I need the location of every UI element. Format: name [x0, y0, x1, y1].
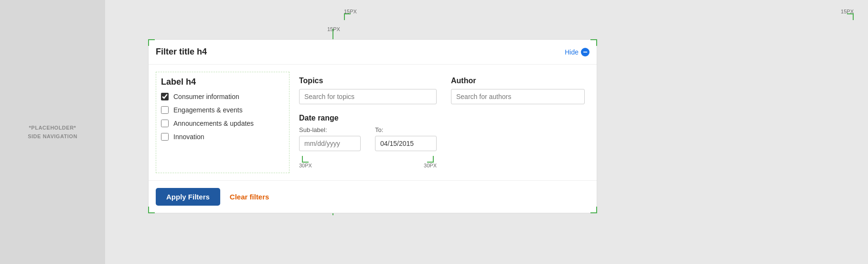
bracket-top-right-outer — [847, 13, 854, 20]
main-area: 15PX 15PX 15PX 15PX 30PX 30PX 30PX Filte… — [105, 0, 868, 264]
checkbox-item-1: Engagements & events — [161, 106, 284, 114]
label-h4: Label h4 — [161, 77, 284, 87]
filter-checkboxes-column: Label h4 Consumer information Engagement… — [156, 72, 289, 173]
date-to-col: To: — [375, 126, 437, 151]
topics-search-input[interactable] — [299, 89, 437, 104]
topics-title: Topics — [299, 77, 437, 85]
checkbox-label-1: Engagements & events — [173, 106, 243, 114]
checkbox-consumer-information[interactable] — [161, 93, 169, 100]
checkbox-label-2: Announcements & updates — [173, 120, 254, 127]
date-to-label: To: — [375, 126, 437, 133]
panel-corner-bl — [148, 207, 155, 213]
date-range-section: Date range Sub-label: To: — [299, 114, 437, 151]
checkbox-item-0: Consumer information — [161, 93, 284, 100]
clear-filters-button[interactable]: Clear filters — [230, 193, 269, 201]
bracket-mid-br — [427, 156, 434, 163]
sidebar-placeholder-line2: SIDE NAVIGATION — [28, 133, 77, 139]
hide-button-label: Hide — [565, 48, 579, 56]
filter-right-column: Author — [446, 72, 589, 173]
date-sub-label: Sub-label: — [299, 126, 361, 133]
filter-title: Filter title h4 — [156, 47, 207, 57]
checkbox-item-3: Innovation — [161, 133, 284, 141]
date-range-title: Date range — [299, 114, 437, 122]
date-to-input[interactable] — [375, 136, 437, 151]
filter-panel-body: Label h4 Consumer information Engagement… — [149, 65, 597, 180]
panel-corner-tl — [148, 39, 155, 46]
date-row: Sub-label: To: — [299, 126, 437, 151]
bracket-top-left-outer — [344, 13, 351, 20]
panel-corner-tr — [590, 39, 597, 46]
date-from-input[interactable] — [299, 136, 361, 151]
annot-30px-c1: 30PX — [299, 163, 312, 168]
author-search-input[interactable] — [451, 89, 585, 104]
checkbox-label-0: Consumer information — [173, 93, 239, 100]
annot-30px-c2: 30PX — [424, 163, 437, 168]
filter-panel-header: Filter title h4 Hide − — [149, 40, 597, 65]
hide-icon: − — [581, 48, 589, 56]
apply-filters-button[interactable]: Apply Filters — [156, 188, 220, 206]
filter-panel: Filter title h4 Hide − Label h4 Consumer… — [148, 39, 597, 213]
checkbox-innovation[interactable] — [161, 133, 169, 141]
sidebar-placeholder-line1: *PLACEHOLDER* — [29, 125, 76, 131]
bracket-mid-bl — [302, 156, 309, 163]
checkbox-item-2: Announcements & updates — [161, 120, 284, 127]
date-from-col: Sub-label: — [299, 126, 361, 151]
checkbox-announcements-updates[interactable] — [161, 120, 169, 127]
checkbox-label-3: Innovation — [173, 133, 204, 141]
sidebar: *PLACEHOLDER* SIDE NAVIGATION — [0, 0, 105, 264]
checkbox-engagements-events[interactable] — [161, 106, 169, 114]
panel-corner-br — [590, 207, 597, 213]
annot-15px-a: 15PX — [327, 26, 340, 32]
author-title: Author — [451, 77, 585, 85]
filter-middle-column: Topics Date range Sub-label: To: — [289, 72, 446, 173]
filter-panel-footer: Apply Filters Clear filters — [149, 180, 597, 213]
hide-button[interactable]: Hide − — [565, 48, 589, 56]
